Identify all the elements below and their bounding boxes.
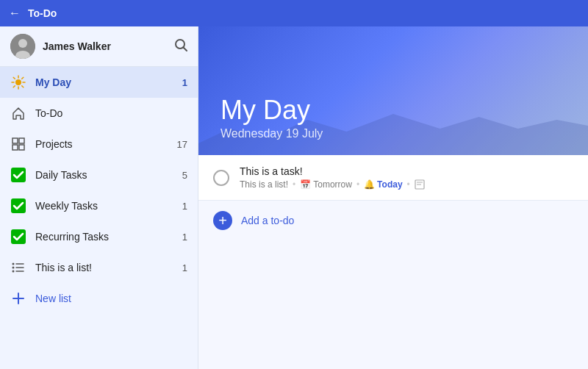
check-green-icon-daily [10, 167, 26, 183]
avatar [10, 34, 35, 59]
sidebar-item-to-do[interactable]: To-Do [0, 98, 198, 129]
task-checkbox[interactable] [213, 170, 229, 186]
app-title: To-Do [28, 7, 57, 19]
sidebar-item-count-daily-tasks: 5 [182, 170, 187, 181]
grid-icon [10, 136, 26, 152]
sidebar-item-label-recurring-tasks: Recurring Tasks [35, 231, 173, 243]
sidebar-item-count-recurring-tasks: 1 [182, 232, 187, 243]
user-name: James Walker [43, 40, 111, 52]
sidebar: James Walker [0, 26, 198, 369]
meta-separator-3: • [407, 179, 410, 190]
tasks-area: This is a task! This is a list! • 📅 Tomo… [198, 155, 588, 369]
sidebar-item-weekly-tasks[interactable]: Weekly Tasks 1 [0, 190, 198, 221]
sidebar-item-count-projects: 17 [177, 139, 187, 150]
sidebar-item-label-my-day: My Day [35, 76, 173, 88]
add-todo-label: Add a to-do [241, 215, 294, 226]
check-green-icon-weekly [10, 198, 26, 214]
task-due-label: Tomorrow [313, 179, 352, 190]
task-content: This is a task! This is a list! • 📅 Tomo… [240, 165, 573, 190]
sidebar-item-label-weekly-tasks: Weekly Tasks [35, 200, 173, 212]
plus-icon [10, 290, 26, 307]
meta-separator-2: • [356, 179, 359, 190]
svg-rect-17 [19, 145, 24, 150]
new-list-button[interactable]: New list [0, 283, 198, 314]
task-reminder: 🔔 Today [364, 179, 402, 190]
svg-point-5 [15, 79, 21, 85]
new-list-label: New list [35, 293, 187, 304]
add-todo-button[interactable]: + Add a to-do [198, 201, 588, 240]
home-icon [10, 105, 26, 121]
sidebar-item-label-daily-tasks: Daily Tasks [35, 169, 173, 181]
hero-banner: My Day Wednesday 19 July [198, 26, 588, 155]
user-info: James Walker [10, 34, 111, 59]
top-bar: ← To-Do [0, 0, 588, 26]
sidebar-item-my-day[interactable]: My Day 1 [0, 67, 198, 98]
sidebar-item-projects[interactable]: Projects 17 [0, 129, 198, 160]
svg-point-1 [18, 39, 27, 48]
task-title: This is a task! [240, 165, 573, 177]
svg-line-11 [22, 86, 24, 87]
svg-point-28 [12, 267, 15, 269]
back-button[interactable]: ← [9, 7, 21, 20]
main-layout: James Walker [0, 26, 588, 369]
right-panel: My Day Wednesday 19 July This is a task!… [198, 26, 588, 369]
hero-date: Wednesday 19 July [220, 127, 566, 140]
sidebar-item-count-weekly-tasks: 1 [182, 201, 187, 212]
svg-rect-15 [19, 138, 24, 143]
sidebar-item-count-this-is-a-list: 1 [182, 262, 187, 273]
sidebar-item-label-this-is-a-list: This is a list! [35, 262, 173, 273]
svg-point-27 [12, 263, 15, 265]
calendar-icon: 📅 [300, 179, 311, 190]
table-row: This is a task! This is a list! • 📅 Tomo… [198, 155, 588, 201]
list-icon [10, 259, 26, 276]
svg-line-10 [13, 77, 15, 79]
sidebar-item-count-my-day: 1 [182, 77, 187, 88]
sidebar-item-this-is-a-list[interactable]: This is a list! 1 [0, 252, 198, 283]
sun-icon [10, 74, 26, 90]
svg-rect-14 [12, 138, 18, 143]
task-due: 📅 Tomorrow [300, 179, 352, 190]
svg-rect-16 [12, 145, 18, 150]
add-todo-icon: + [213, 211, 232, 230]
hero-title: My Day [220, 95, 566, 126]
meta-separator-1: • [293, 179, 295, 190]
svg-line-4 [184, 48, 187, 51]
task-note-icon [415, 179, 425, 190]
task-reminder-label: Today [377, 179, 402, 190]
svg-line-13 [13, 86, 15, 87]
svg-point-29 [12, 271, 15, 273]
sidebar-item-recurring-tasks[interactable]: Recurring Tasks 1 [0, 221, 198, 252]
user-row: James Walker [0, 26, 198, 67]
search-button[interactable] [174, 38, 187, 54]
task-meta: This is a list! • 📅 Tomorrow • 🔔 Today • [240, 179, 573, 190]
sidebar-item-daily-tasks[interactable]: Daily Tasks 5 [0, 160, 198, 190]
check-green-icon-recurring [10, 229, 26, 245]
bell-icon: 🔔 [364, 179, 375, 190]
task-list-ref: This is a list! [240, 179, 288, 190]
svg-line-12 [22, 77, 24, 79]
sidebar-item-label-to-do: To-Do [35, 107, 179, 119]
sidebar-item-label-projects: Projects [35, 138, 168, 150]
